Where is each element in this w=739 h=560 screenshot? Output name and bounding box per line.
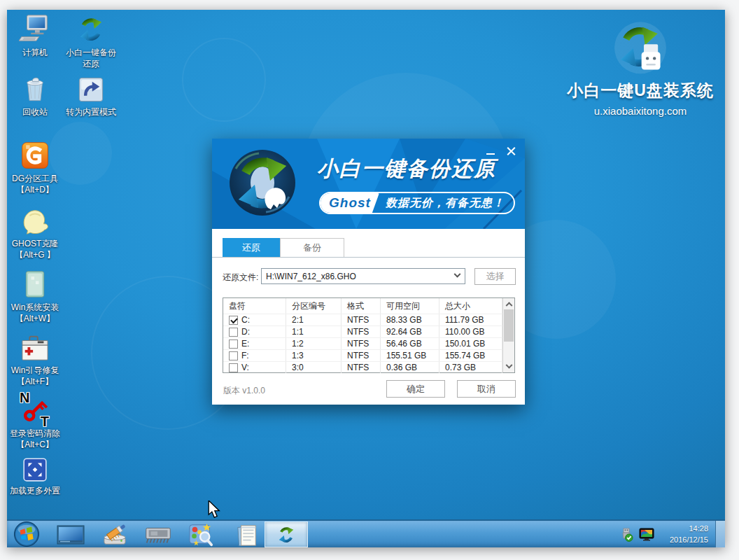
clock-date: 2016/12/15 [670,534,708,545]
icon-label: Win引导修复 [7,365,63,376]
icon-label: GHOST克隆 [7,238,63,249]
tab-restore[interactable]: 还原 [223,238,280,257]
dg-partition-icon [7,139,63,171]
icon-label: DG分区工具 [7,173,63,184]
shortcut-arrow-icon [63,72,119,104]
screenshot-tool-icon [187,522,215,547]
sync-arrows-icon [276,524,297,545]
partition-table: 盘符 分区编号 格式 可用空间 总大小 C: 2:1 NTFS 88.33 GB… [223,298,515,373]
taskbar-item-notepad[interactable] [232,523,262,547]
recycle-bin-icon [7,72,63,104]
chevron-down-icon[interactable] [450,269,465,284]
minimize-button[interactable] [484,145,498,158]
icon-label: 登录密码清除 [7,428,63,439]
icon-label-hotkey: 【Alt+W】 [7,313,63,324]
table-row[interactable]: E: 1:2 NTFS 56.46 GB 150.01 GB [223,337,502,349]
tab-bar: 还原 备份 [212,238,525,258]
display-color-icon[interactable] [639,528,654,542]
brand-block: 小白一键U盘装系统 u.xiaobaixitong.com [558,20,722,117]
taskbar-clock[interactable]: 14:28 2016/12/15 [670,523,708,545]
icon-label: 加载更多外置 [7,485,63,496]
table-scrollbar[interactable] [502,298,514,372]
desktop-preview-icon [57,525,85,545]
close-icon [507,147,516,156]
computer-icon [7,13,63,45]
brand-title: 小白一键U盘装系统 [558,80,722,102]
chevron-up-icon[interactable] [503,298,514,309]
desktop-icon-computer[interactable]: 计算机 [7,13,63,58]
icon-label: 还原 [63,58,119,69]
memory-chip-icon [142,525,174,545]
icon-label-hotkey: 【Alt+G 】 [7,249,63,260]
taskbar-item-capture-tool[interactable] [186,522,216,547]
icon-label: 计算机 [7,47,63,58]
win-install-icon [7,267,63,300]
table-row[interactable]: V: 3:0 NTFS 0.36 GB 0.73 GB [223,361,502,373]
scrollbar-thumb[interactable] [504,309,514,342]
tab-backup[interactable]: 备份 [280,238,344,257]
brand-url: u.xiaobaixitong.com [558,105,722,117]
letter-t: T [41,416,49,427]
system-tray [619,527,654,542]
desktop-icon-recycle-bin[interactable]: 回收站 [7,72,63,118]
taskbar-item-desktop-preview[interactable] [56,525,85,545]
cancel-button[interactable]: 取消 [457,380,516,398]
minimize-icon [486,153,495,155]
icon-label: 回收站 [7,106,63,118]
mouse-cursor [206,500,222,522]
table-row[interactable]: D: 1:1 NTFS 92.64 GB 110.00 GB [223,326,502,337]
taskbar-item-disk-tool[interactable] [101,523,129,547]
desktop-icon-dg-partition[interactable]: DG分区工具 【Alt+D】 [7,139,63,195]
chevron-down-icon[interactable] [503,362,514,372]
start-button[interactable] [11,521,42,547]
col-total: 总大小 [439,298,502,314]
col-part: 分区编号 [286,298,342,314]
table-row[interactable]: F: 1:3 NTFS 155.51 GB 155.74 GB [223,349,502,361]
desktop-icon-load-more[interactable]: 加载更多外置 [7,451,63,496]
row-checkbox[interactable] [229,340,238,349]
restore-file-label: 还原文件: [223,272,258,284]
backup-restore-dialog: 小白一键备份还原 Ghost 数据无价，有备无患！ 还原 备份 还原文件: H:… [212,139,525,405]
row-checkbox[interactable] [229,328,238,337]
letter-n: N [20,392,29,403]
taskbar: 14:28 2016/12/15 [7,519,725,547]
show-desktop-button[interactable] [715,521,725,547]
col-free: 可用空间 [381,298,439,314]
table-row[interactable]: C: 2:1 NTFS 88.33 GB 111.79 GB [223,314,502,326]
nt-key-icon: N T [7,393,63,426]
expand-arrows-icon [7,451,63,483]
icon-label-hotkey: 【Alt+D】 [7,184,63,195]
row-checkbox[interactable] [229,363,238,372]
restore-file-combobox[interactable]: H:\WIN7_612_x86.GHO [261,268,465,284]
close-button[interactable] [504,145,518,158]
ghost-badge-slogan: 数据无价，有备无患！ [386,196,505,211]
desktop-icon-win-install[interactable]: Win系统安装 【Alt+W】 [7,267,63,324]
desktop: 计算机 回收站 DG分区工具 【Alt+D】 [7,10,725,547]
desktop-icon-ghost-clone[interactable]: GHOST克隆 【Alt+G 】 [7,204,63,260]
icon-label-hotkey: 【Alt+F】 [7,376,63,387]
sync-arrows-icon [63,13,119,45]
taskbar-item-xiaobai-backup-active[interactable] [265,522,308,547]
col-format: 格式 [342,298,381,314]
icon-label: 转为内置模式 [63,106,119,118]
first-aid-kit-icon [7,330,63,363]
taskbar-item-memory-tool[interactable] [141,525,175,545]
ok-button[interactable]: 确定 [386,380,445,398]
icon-label: 小白一键备份 [63,47,119,58]
notepad-icon [233,523,261,547]
ghost-badge-brand: Ghost [321,193,379,213]
row-checkbox[interactable] [229,351,238,360]
ghost-badge: Ghost 数据无价，有备无患！ [319,192,515,214]
col-drive: 盘符 [223,298,286,314]
disk-brush-icon [101,523,128,547]
desktop-icon-win-boot-repair[interactable]: Win引导修复 【Alt+F】 [7,330,63,387]
usb-safely-remove-icon[interactable] [619,527,634,542]
background-bubble [182,38,266,122]
desktop-icon-password-clear[interactable]: N T 登录密码清除 【Alt+C】 [7,393,63,450]
row-checkbox[interactable] [229,316,238,325]
ghost-icon [7,204,63,236]
dialog-logo-icon [227,148,297,220]
desktop-icon-internal-mode[interactable]: 转为内置模式 [63,72,119,118]
desktop-icon-xiaobai-backup[interactable]: 小白一键备份 还原 [63,13,119,69]
select-button[interactable]: 选择 [474,268,516,285]
